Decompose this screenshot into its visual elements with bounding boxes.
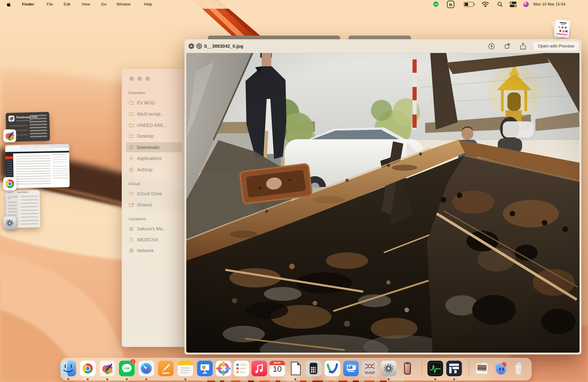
close-button[interactable] [189, 43, 194, 49]
wifi-icon[interactable] [482, 0, 489, 9]
dock-notes-icon[interactable] [178, 361, 193, 376]
sidebar-item-imod-templ[interactable]: iMoD-templ... [126, 109, 182, 119]
quicklook-window[interactable]: S__3883042_0.jpg Open with Preview [185, 39, 581, 354]
sidebar-item-ev-mod[interactable]: EV MOD [126, 98, 182, 108]
notion-status-icon[interactable]: n [446, 0, 455, 9]
burned-car-photo [186, 53, 580, 353]
open-with-preview-button[interactable]: Open with Preview [533, 41, 579, 51]
dock-trash-icon[interactable] [511, 361, 526, 376]
sidebar-item-airdrop[interactable]: AirDrop [126, 165, 182, 175]
sidebar-item-sakuras-mac[interactable]: Sakura’s Ma... [126, 224, 182, 234]
dock-v-logo-app-icon[interactable] [325, 361, 340, 376]
running-indicator [87, 378, 89, 380]
line-label: LINE [124, 367, 129, 370]
svg-text:LINE: LINE [434, 3, 438, 5]
globe-icon [129, 248, 134, 253]
dock-pixelmator-icon[interactable] [100, 361, 115, 376]
menu-help[interactable]: Help [144, 0, 152, 9]
menu-go[interactable]: Go [101, 0, 106, 9]
zoom-button[interactable] [145, 76, 150, 81]
dock-libreoffice-icon[interactable] [288, 361, 303, 376]
close-icon [189, 43, 194, 49]
sidebar-item-icloud-drive[interactable]: iCloud Drive [126, 189, 182, 199]
folder-icon [129, 100, 134, 106]
menu-window[interactable]: Window [116, 0, 130, 9]
close-button[interactable] [129, 76, 134, 81]
sidebar-item-applications[interactable]: Applications [126, 153, 182, 163]
dock-divider [469, 361, 469, 376]
sidebar-item-uneed-are[interactable]: UNEED ARE... [126, 120, 182, 130]
chrome-icon[interactable] [3, 177, 17, 191]
markup-pen-icon [488, 43, 495, 50]
sidebar-item-network[interactable]: Network [126, 246, 182, 256]
dock-activity-monitor-icon[interactable] [427, 361, 443, 376]
running-indicator [145, 378, 147, 380]
dock-divider [422, 361, 422, 376]
applications-icon [129, 155, 134, 161]
sidebar-item-downloads[interactable]: Downloads [126, 142, 182, 152]
airdrop-icon [129, 167, 134, 172]
dock-photo-stack-viewer-icon[interactable] [343, 361, 359, 376]
dock-photos-icon[interactable] [216, 361, 231, 376]
line-status-icon[interactable]: LINE [432, 0, 440, 9]
menu-bar: Finder File Edit View Go Window Help LIN… [0, 0, 588, 9]
document-icon [129, 237, 134, 243]
desktop: Pixelmator Pro [0, 0, 588, 382]
folder-icon [129, 133, 134, 139]
sidebar-item-imodcnx[interactable]: IMODCNX [126, 235, 182, 245]
dock-chrome-icon[interactable] [80, 361, 96, 376]
share-button[interactable] [519, 42, 527, 50]
dock-pages-icon[interactable] [158, 361, 174, 376]
dock-iphone-mirroring-icon[interactable] [400, 361, 415, 376]
pixelmator-pro-icon[interactable] [3, 129, 16, 142]
running-indicator [126, 378, 128, 380]
apple-menu[interactable] [5, 0, 12, 9]
share-icon [519, 42, 527, 50]
dock-calculator-icon[interactable] [306, 361, 321, 376]
menu-view[interactable]: View [82, 0, 90, 9]
markup-button[interactable] [488, 42, 495, 50]
dock-tiles-app-icon[interactable] [446, 361, 462, 376]
folder-icon [129, 122, 134, 128]
dock-calendar-icon[interactable]: MAR 10 [270, 361, 285, 376]
menu-bar-clock[interactable]: Mon 10 Mar 15:54 [533, 0, 566, 9]
quicklook-titlebar[interactable]: S__3883042_0.jpg Open with Preview [185, 39, 581, 53]
line-badge: 1 [130, 359, 136, 364]
calendar-month: MAR [270, 361, 285, 364]
running-indicator [453, 378, 455, 380]
dock-system-settings-icon[interactable] [381, 361, 397, 376]
photo-preview [186, 53, 580, 353]
running-indicator [388, 378, 390, 380]
dock-downloads-stack-icon[interactable] [474, 361, 490, 376]
app-menu-finder[interactable]: Finder [22, 0, 34, 9]
zoom-disabled-button[interactable] [196, 43, 202, 49]
laptop-icon [129, 226, 134, 231]
siri-icon[interactable] [522, 0, 530, 9]
battery-icon[interactable] [463, 0, 475, 9]
sidebar-section-locations: Locations [129, 217, 146, 221]
svg-text:n: n [449, 2, 452, 7]
dock-keynote-icon[interactable] [197, 361, 213, 376]
minimize-button[interactable] [137, 76, 142, 81]
control-center-icon[interactable] [509, 0, 517, 9]
system-settings-icon[interactable] [3, 217, 16, 229]
shared-folder-icon [129, 202, 134, 208]
dock-webp-tool-icon[interactable]: WebP [362, 361, 378, 376]
cloud-icon [129, 191, 134, 196]
search-icon[interactable] [497, 0, 504, 9]
sidebar-section-icloud: iCloud [129, 182, 140, 186]
dock-reminders-icon[interactable] [233, 361, 249, 376]
rotate-button[interactable] [504, 42, 511, 50]
menu-edit[interactable]: Edit [64, 0, 70, 9]
desktop-photo-stack[interactable] [552, 18, 571, 38]
dock-safari-icon[interactable] [139, 361, 154, 376]
dock-downie-icon[interactable] [492, 361, 508, 376]
finder-window[interactable]: Favorites EV MOD iMoD-templ... UNEED ARE… [122, 69, 186, 347]
running-indicator [67, 378, 69, 380]
dock-music-icon[interactable] [252, 361, 267, 376]
menu-file[interactable]: File [47, 0, 53, 9]
sidebar-item-shared[interactable]: Shared [126, 200, 182, 210]
sidebar-item-desktop[interactable]: Desktop [126, 131, 182, 141]
dock-finder-icon[interactable] [61, 361, 76, 376]
pixelmator-mini-icon [8, 116, 15, 122]
